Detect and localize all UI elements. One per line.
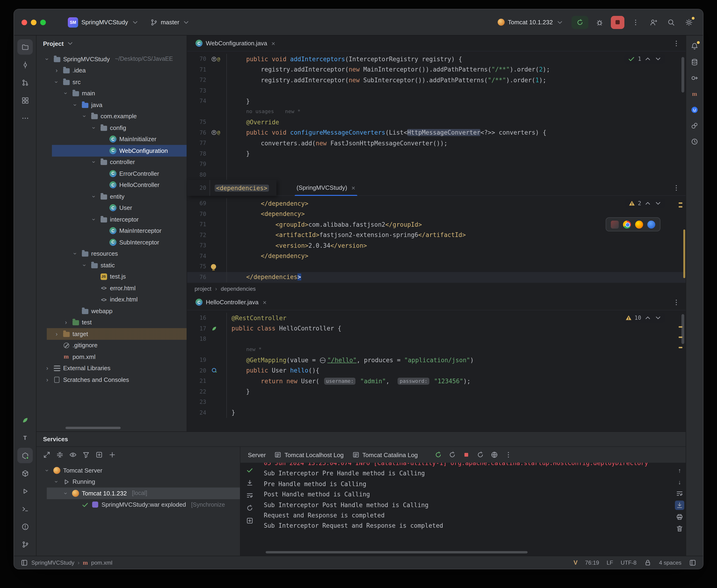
project-tree-item-test-js[interactable]: JStest.js xyxy=(37,271,187,282)
spring-icon[interactable] xyxy=(17,412,33,428)
project-tree-item-config[interactable]: ›config xyxy=(37,122,187,133)
project-tree-item-external-libraries[interactable]: ›External Libraries xyxy=(37,362,187,374)
project-tree-item-src[interactable]: ›src xyxy=(37,76,187,88)
code-line-77[interactable]: 77 converters.add(new FastJsonHttpMessag… xyxy=(187,138,686,148)
line-number[interactable]: 75 xyxy=(187,264,209,270)
plus-icon[interactable] xyxy=(108,451,116,459)
code-line-73[interactable]: 73 <version>2.0.34</version> xyxy=(187,240,686,251)
editor-options-icon[interactable] xyxy=(671,297,682,308)
close-tab-icon[interactable]: × xyxy=(263,298,266,306)
status-check-icon[interactable] xyxy=(246,466,253,474)
close-tab-icon[interactable]: × xyxy=(271,40,275,47)
line-number[interactable]: 23 xyxy=(187,399,209,405)
project-tree-item-main[interactable]: ›main xyxy=(37,88,187,99)
database-icon[interactable] xyxy=(688,55,701,69)
line-number[interactable]: 80 xyxy=(187,171,209,178)
line-number[interactable]: 19 xyxy=(187,357,209,363)
eye-icon[interactable] xyxy=(69,451,77,459)
project-tree-item-interceptor[interactable]: ›interceptor xyxy=(37,214,187,225)
filter-icon[interactable] xyxy=(82,451,90,459)
run-config-selector[interactable]: Tomcat 10.1.232 xyxy=(494,17,567,28)
builtin-browser-icon[interactable] xyxy=(611,220,619,228)
code-line-73[interactable]: 73 xyxy=(187,85,686,96)
project-tree-item-com-example[interactable]: ›com.example xyxy=(37,110,187,122)
project-panel-title[interactable]: Project xyxy=(43,40,64,47)
line-number[interactable]: 72 xyxy=(187,77,209,83)
project-tree-item-webconfiguration[interactable]: CWebConfiguration xyxy=(37,145,187,156)
tab-pom-xml[interactable]: (SpringMVCStudy) × xyxy=(292,180,360,195)
indent-setting[interactable]: 4 spaces xyxy=(659,559,681,566)
code-line-75[interactable]: 75 @Override xyxy=(187,117,686,127)
export-icon[interactable] xyxy=(246,517,253,524)
next-issue-icon[interactable] xyxy=(654,314,662,321)
chevron-icon[interactable]: › xyxy=(90,193,98,200)
editor-scrollbar[interactable] xyxy=(681,314,684,344)
endpoint-gutter-icon[interactable] xyxy=(211,367,218,374)
scroll-down-icon[interactable]: ↓ xyxy=(675,477,684,487)
debug-button[interactable] xyxy=(593,16,606,29)
firefox-icon[interactable] xyxy=(635,220,643,228)
chevron-icon[interactable]: › xyxy=(90,159,98,166)
status-project[interactable]: SpringMVCStudy xyxy=(31,559,74,566)
chevron-icon[interactable]: › xyxy=(44,467,51,474)
code-line-79[interactable]: 79 xyxy=(187,159,686,169)
file-encoding[interactable]: UTF-8 xyxy=(621,559,637,566)
clear-all-icon[interactable] xyxy=(675,524,684,533)
services-tree-item-tomcat-server[interactable]: ›Tomcat Server xyxy=(37,465,240,476)
project-tree-item-java[interactable]: ›java xyxy=(37,99,187,110)
rerun-button[interactable] xyxy=(572,16,588,29)
prev-issue-icon[interactable] xyxy=(644,55,652,63)
more-icon[interactable] xyxy=(505,451,512,459)
line-number[interactable]: 72 xyxy=(187,232,209,238)
soft-wrap-icon[interactable] xyxy=(246,492,253,499)
tab-tomcat-catalina-log[interactable]: Tomcat Catalina Log xyxy=(352,451,418,459)
code-line-72[interactable]: 72 registry.addInterceptor(new SubInterc… xyxy=(187,75,686,85)
print-icon[interactable] xyxy=(675,512,684,522)
code-line-75[interactable]: 75 xyxy=(187,261,686,272)
structure-icon[interactable] xyxy=(17,92,33,108)
line-number[interactable]: 18 xyxy=(187,336,209,342)
chevron-icon[interactable]: › xyxy=(81,262,88,269)
editor-scrollbar[interactable] xyxy=(681,57,684,92)
project-tree-item-entity[interactable]: ›entity xyxy=(37,191,187,202)
tool-window-widget-icon[interactable] xyxy=(21,559,28,566)
intention-bulb-icon[interactable] xyxy=(211,264,216,269)
caret-position[interactable]: 76:19 xyxy=(585,559,599,566)
code-line-21[interactable]: 21 return new User( username: "admin", p… xyxy=(187,376,686,386)
next-issue-icon[interactable] xyxy=(654,55,662,63)
line-number[interactable]: 21 xyxy=(187,378,209,384)
project-tree-item-gitignore[interactable]: .gitignore xyxy=(37,340,187,351)
chevron-icon[interactable]: › xyxy=(72,251,79,257)
code-line-74[interactable]: 74 </dependency> xyxy=(187,251,686,261)
chevron-icon[interactable]: › xyxy=(53,331,60,337)
code-line-17[interactable]: 17public class HelloController { xyxy=(187,323,686,334)
chevron-icon[interactable]: › xyxy=(44,56,51,62)
code-line-19[interactable]: 19 @GetMapping(value = "/hello", produce… xyxy=(187,355,686,365)
project-tree-item-target[interactable]: ›target xyxy=(37,328,187,340)
project-tree-item-pom-xml[interactable]: mpom.xml xyxy=(37,351,187,362)
newtab-icon[interactable] xyxy=(96,451,103,459)
commit-icon[interactable] xyxy=(17,57,33,72)
code-line-18[interactable]: 18 xyxy=(187,334,686,344)
inspections-widget[interactable]: 1 xyxy=(624,54,665,64)
line-number[interactable]: 22 xyxy=(187,388,209,395)
code-with-me-icon[interactable] xyxy=(647,16,660,29)
scroll-to-end-icon[interactable] xyxy=(675,501,684,510)
project-tree-item-resources[interactable]: ›resources xyxy=(37,248,187,259)
terminal-icon[interactable] xyxy=(17,501,33,517)
breadcrumb-item[interactable]: dependencies xyxy=(221,285,255,292)
line-number[interactable]: 73 xyxy=(187,243,209,249)
status-extra-icon[interactable] xyxy=(689,559,696,566)
stop-button[interactable] xyxy=(611,16,624,29)
chevron-icon[interactable]: › xyxy=(63,319,69,326)
line-number[interactable]: 73 xyxy=(187,87,209,94)
line-number[interactable]: 69 xyxy=(187,200,209,207)
prev-issue-icon[interactable] xyxy=(644,200,652,207)
tab-tomcat-localhost-log[interactable]: Tomcat Localhost Log xyxy=(274,451,344,459)
code-line-23[interactable]: 23 xyxy=(187,397,686,407)
status-file[interactable]: pom.xml xyxy=(91,559,112,566)
line-number[interactable]: 16 xyxy=(187,315,209,321)
editor-scrollbar[interactable] xyxy=(683,230,685,278)
project-tree-item-static[interactable]: ›static xyxy=(37,259,187,271)
chevron-icon[interactable]: › xyxy=(90,125,98,131)
